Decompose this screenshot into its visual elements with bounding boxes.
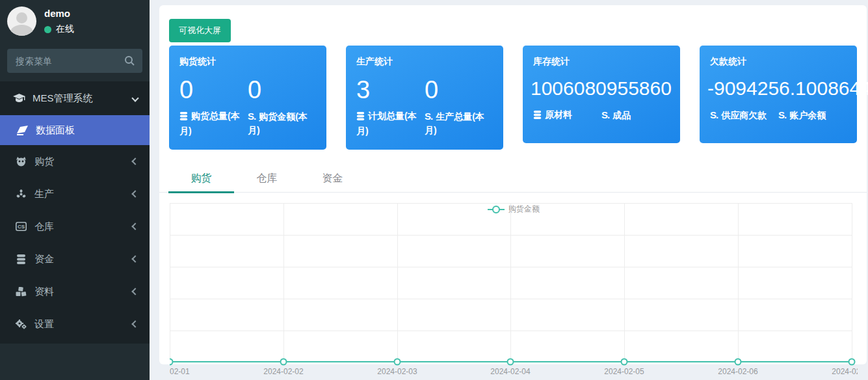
x-axis-label: 2024-02-07: [832, 367, 858, 376]
user-name: demo: [44, 8, 70, 19]
card-title: 购货统计: [169, 56, 326, 68]
sidebar-item-dashboard[interactable]: 数据面板: [0, 115, 150, 145]
sidebar-item-label: 资料: [34, 286, 54, 298]
stat-card-debt: 欠款统计 -9094256.1008644 S.供应商欠款 S.账户余额: [700, 46, 857, 143]
card-value: 0: [179, 75, 248, 104]
x-axis-label: 2024-02-04: [490, 367, 530, 376]
sidebar-item-label: 设置: [34, 318, 54, 331]
avatar-body: [10, 25, 33, 36]
data-point: [848, 359, 856, 366]
production-icon: [13, 189, 29, 199]
sidebar-item-label: 仓库: [34, 221, 54, 233]
data-point: [621, 359, 628, 366]
data-point: [170, 359, 174, 366]
dashboard-icon: [14, 126, 30, 135]
database-icon: [179, 111, 188, 124]
card-title: 库存统计: [523, 56, 680, 68]
sidebar-item-label: 资金: [34, 253, 54, 265]
gridline: [397, 203, 398, 362]
chevron-left-icon: [131, 190, 138, 197]
x-axis-label: 2024-02-03: [377, 367, 417, 376]
chevron-left-icon: [131, 223, 138, 230]
sidebar-search: [7, 49, 142, 73]
chevron-left-icon: [131, 320, 138, 327]
avatar-head: [16, 12, 27, 23]
money-icon: S.: [248, 111, 256, 122]
card-value: -9094256.1008644: [700, 74, 857, 103]
card-value: 0: [248, 75, 316, 104]
tab-funds[interactable]: 资金: [300, 166, 365, 193]
database-icon: [13, 254, 29, 264]
card-value: 1006080955860: [523, 74, 680, 103]
gridline: [510, 203, 511, 362]
line-chart: 2024-02-01 2024-02-02 2024-02-03 2024-02…: [170, 203, 858, 380]
sidebar-item-label: MES管理系统: [33, 92, 93, 105]
online-status-dot: [44, 26, 51, 33]
card-label: S.供应商欠款: [710, 108, 778, 122]
x-axis-label: 2024-02-01: [170, 367, 190, 376]
card-label: 购货总量(本月): [179, 109, 248, 138]
gridline: [852, 203, 852, 362]
card-label: S.购货金额(本月): [248, 109, 316, 138]
stat-card-purchase: 购货统计 0 0 购货总量(本月) S.购货金额(本月): [169, 46, 326, 150]
card-label: S.账户余额: [778, 108, 847, 122]
search-icon[interactable]: [124, 55, 135, 68]
data-point: [507, 359, 514, 366]
purchase-icon: [13, 157, 29, 167]
card-value: 0: [425, 75, 493, 104]
gears-icon: [13, 319, 29, 329]
x-axis-label: 2024-02-05: [604, 367, 644, 376]
sidebar-item-warehouse[interactable]: CS 仓库: [0, 210, 150, 243]
visualization-bigscreen-button[interactable]: 可视化大屏: [169, 19, 231, 42]
card-label: S.成品: [601, 108, 670, 123]
tab-warehouse[interactable]: 仓库: [234, 166, 300, 193]
data-point: [394, 359, 401, 366]
gridline: [624, 203, 625, 362]
user-status: 在线: [44, 23, 74, 35]
card-label: S.生产总量(本月): [425, 109, 493, 138]
sidebar-item-materials[interactable]: 资料: [0, 275, 150, 308]
sidebar-item-label: 数据面板: [36, 124, 75, 137]
stat-card-inventory: 库存统计 1006080955860 原材料 S.成品: [523, 46, 680, 143]
gridline: [283, 203, 284, 362]
sidebar-item-production[interactable]: 生产: [0, 178, 150, 210]
search-input[interactable]: [7, 49, 142, 73]
chevron-left-icon: [131, 255, 138, 262]
sidebar-item-mes-root[interactable]: MES管理系统: [0, 81, 150, 115]
svg-text:CS: CS: [17, 224, 25, 230]
card-title: 生产统计: [346, 56, 503, 68]
graduation-cap-icon: [11, 94, 27, 103]
money-icon: S.: [601, 109, 609, 120]
money-icon: S.: [778, 109, 786, 120]
database-icon: [533, 109, 542, 123]
sidebar-item-purchase[interactable]: 购货: [0, 145, 150, 178]
chevron-left-icon: [131, 288, 138, 295]
x-axis-label: 2024-02-02: [263, 367, 303, 376]
sidebar-item-label: 购货: [34, 156, 54, 168]
warehouse-icon: CS: [13, 222, 29, 231]
money-icon: S.: [425, 111, 432, 122]
card-value: 3: [356, 75, 425, 104]
avatar: [7, 7, 36, 36]
mes-dashboard: demo 在线 MES管理系统 数据面板: [0, 0, 868, 380]
card-label: 计划总量(本月): [356, 109, 425, 138]
chevron-left-icon: [131, 157, 138, 165]
card-label: 原材料: [533, 108, 601, 123]
cubes-icon: [13, 287, 29, 297]
x-axis-label: 2024-02-06: [718, 367, 757, 376]
chart-tabs: 购货 仓库 资金: [159, 166, 867, 193]
data-point: [735, 359, 742, 366]
sidebar-item-label: 生产: [34, 188, 54, 200]
stat-card-production: 生产统计 3 0 计划总量(本月) S.生产总量(本月): [346, 46, 503, 150]
online-status-label: 在线: [56, 23, 74, 35]
money-icon: S.: [710, 109, 718, 120]
gridline: [170, 203, 170, 362]
tab-purchase[interactable]: 购货: [168, 166, 234, 193]
database-icon: [356, 111, 365, 124]
stat-cards-row: 购货统计 0 0 购货总量(本月) S.购货金额(本月) 生产统计 3 0 计划…: [169, 46, 868, 150]
sidebar-menu: MES管理系统 数据面板 购货 生产: [0, 81, 150, 344]
sidebar-item-settings[interactable]: 设置: [0, 308, 150, 340]
data-point: [280, 359, 287, 366]
sidebar-item-funds[interactable]: 资金: [0, 243, 150, 275]
sidebar: demo 在线 MES管理系统 数据面板: [0, 0, 150, 380]
